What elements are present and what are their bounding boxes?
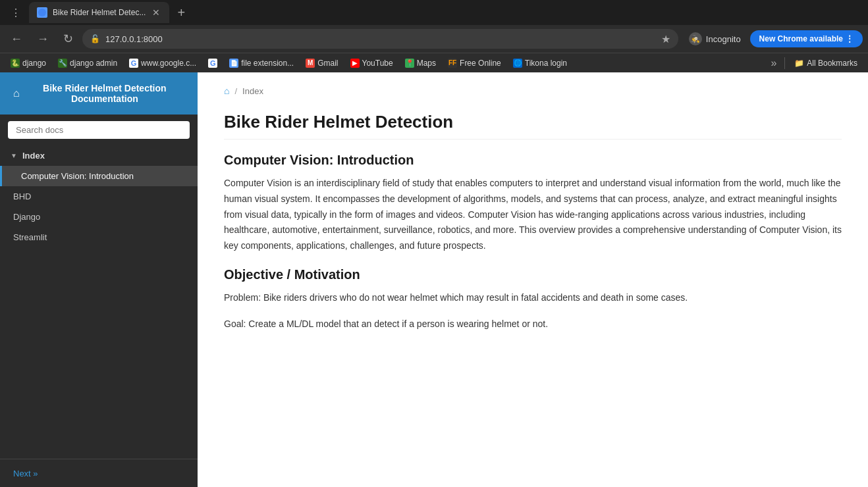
- bookmark-youtube[interactable]: ▶ YouTube: [345, 57, 398, 69]
- page-title: Bike Rider Helmet Detection: [224, 112, 842, 140]
- sidebar-item-streamlit[interactable]: Streamlit: [0, 227, 198, 247]
- folder-icon: 📁: [794, 59, 804, 68]
- address-bar[interactable]: 🔓 127.0.0.1:8000 ★: [82, 29, 678, 49]
- page-layout: ⌂ Bike Rider Helmet Detection Documentat…: [0, 72, 868, 487]
- incognito-icon: 🕵: [689, 32, 702, 45]
- tab-overflow-button[interactable]: ⋮: [5, 4, 26, 22]
- bookmark-google2[interactable]: G: [203, 57, 223, 69]
- bookmark-django-admin-favicon: 🔧: [58, 59, 67, 68]
- browser-chrome: ⋮ Bike Rider Helmet Detec... ✕ + ← → ↻ 🔓…: [0, 0, 868, 72]
- bookmark-maps[interactable]: 📍 Maps: [400, 57, 441, 69]
- bookmark-google[interactable]: G www.google.c...: [124, 57, 202, 69]
- address-text: 127.0.0.1:8000: [105, 34, 656, 44]
- section2-goal: Goal: Create a ML/DL model that an detec…: [224, 317, 842, 332]
- bookmark-youtube-favicon: ▶: [350, 59, 360, 68]
- tab-bar: ⋮ Bike Rider Helmet Detec... ✕ +: [0, 0, 868, 25]
- all-bookmarks-button[interactable]: 📁 All Bookmarks: [789, 57, 863, 69]
- bookmark-gmail[interactable]: M Gmail: [300, 57, 343, 69]
- nav-right: 🕵 Incognito New Chrome available ⋮: [682, 30, 863, 48]
- sidebar-item-cv-intro[interactable]: Computer Vision: Introduction: [0, 166, 198, 186]
- bookmark-star-button[interactable]: ★: [661, 33, 670, 45]
- section1-title: Computer Vision: Introduction: [224, 153, 842, 168]
- bookmark-file-ext-label: file extension...: [241, 59, 294, 68]
- sidebar-header: ⌂ Bike Rider Helmet Detection Documentat…: [0, 72, 198, 115]
- bookmark-file-ext[interactable]: 📄 file extension...: [224, 57, 299, 69]
- nav-bar: ← → ↻ 🔓 127.0.0.1:8000 ★ 🕵 Incognito New…: [0, 25, 868, 53]
- bookmark-free-online-label: Free Online: [460, 59, 501, 68]
- incognito-button[interactable]: 🕵 Incognito: [682, 30, 747, 48]
- new-chrome-button[interactable]: New Chrome available ⋮: [750, 30, 863, 47]
- sidebar-item-streamlit-label: Streamlit: [13, 232, 47, 242]
- search-input[interactable]: [8, 121, 190, 139]
- bookmarks-separator: [784, 57, 785, 69]
- svg-point-0: [38, 9, 46, 16]
- bookmark-django-admin[interactable]: 🔧 django admin: [53, 57, 122, 69]
- sidebar-item-django[interactable]: Django: [0, 207, 198, 227]
- incognito-label: Incognito: [706, 34, 741, 44]
- bookmark-gmail-label: Gmail: [317, 59, 338, 68]
- sidebar-nav: ▼ Index Computer Vision: Introduction BH…: [0, 145, 198, 459]
- sidebar-title-line2: Documentation: [71, 93, 138, 104]
- bookmark-google-favicon: G: [129, 59, 138, 68]
- bookmark-google2-favicon: G: [208, 59, 217, 68]
- bookmark-django-favicon: 🐍: [11, 59, 20, 68]
- bookmark-maps-label: Maps: [417, 59, 436, 68]
- sidebar-index-arrow-icon: ▼: [11, 152, 17, 159]
- section2-problem: Problem: Bike riders drivers who do not …: [224, 290, 842, 306]
- breadcrumb-current-label: Index: [242, 86, 263, 96]
- sidebar-item-bhd-label: BHD: [13, 192, 31, 201]
- sidebar-nav-section: ▼ Index Computer Vision: Introduction BH…: [0, 145, 198, 247]
- new-tab-button[interactable]: +: [172, 3, 190, 23]
- main-content: ⌂ / Index Bike Rider Helmet Detection Co…: [198, 72, 868, 487]
- all-bookmarks-label: All Bookmarks: [807, 59, 857, 68]
- active-tab[interactable]: Bike Rider Helmet Detec... ✕: [29, 2, 169, 23]
- sidebar: ⌂ Bike Rider Helmet Detection Documentat…: [0, 72, 198, 487]
- bookmarks-overflow-button[interactable]: »: [767, 56, 780, 70]
- sidebar-index-toggle[interactable]: ▼ Index: [0, 145, 198, 166]
- sidebar-title-line1: Bike Rider Helmet Detection: [43, 83, 167, 93]
- lock-icon: 🔓: [90, 34, 100, 43]
- sidebar-home-icon: ⌂: [13, 88, 20, 99]
- sidebar-item-bhd[interactable]: BHD: [0, 186, 198, 207]
- bookmark-maps-favicon: 📍: [405, 59, 414, 68]
- bookmark-free-online-favicon: FF: [448, 59, 457, 68]
- tab-title: Bike Rider Helmet Detec...: [53, 8, 146, 17]
- bookmark-tikona-favicon: 🌐: [513, 59, 522, 68]
- bookmarks-bar: 🐍 django 🔧 django admin G www.google.c..…: [0, 53, 868, 72]
- tab-close-button[interactable]: ✕: [151, 7, 161, 18]
- sidebar-footer: Next »: [0, 459, 198, 487]
- sidebar-index-label: Index: [22, 151, 45, 161]
- sidebar-item-cv-intro-label: Computer Vision: Introduction: [21, 171, 134, 181]
- bookmark-tikona-label: Tikona login: [525, 59, 567, 68]
- sidebar-item-django-label: Django: [13, 212, 40, 222]
- tab-favicon: [37, 7, 47, 18]
- new-chrome-menu-icon: ⋮: [846, 34, 854, 43]
- bookmark-tikona[interactable]: 🌐 Tikona login: [508, 57, 572, 69]
- bookmark-django-admin-label: django admin: [70, 59, 117, 68]
- next-link[interactable]: Next »: [13, 469, 38, 478]
- reload-button[interactable]: ↻: [58, 29, 78, 49]
- bookmark-google-label: www.google.c...: [141, 59, 196, 68]
- new-chrome-label: New Chrome available: [759, 34, 843, 43]
- breadcrumb-home-icon[interactable]: ⌂: [224, 86, 229, 96]
- bookmark-youtube-label: YouTube: [362, 59, 393, 68]
- breadcrumb: ⌂ / Index: [224, 86, 842, 96]
- forward-button[interactable]: →: [32, 30, 54, 49]
- bookmark-file-ext-favicon: 📄: [229, 59, 238, 68]
- bookmark-django-label: django: [22, 59, 46, 68]
- breadcrumb-separator: /: [234, 86, 237, 96]
- bookmark-gmail-favicon: M: [306, 59, 315, 68]
- section2-title: Objective / Motivation: [224, 267, 842, 282]
- sidebar-search-container: [0, 115, 198, 145]
- bookmark-free-online[interactable]: FF Free Online: [443, 57, 506, 69]
- section1-body: Computer Vision is an interdisciplinary …: [224, 176, 842, 254]
- bookmark-django[interactable]: 🐍 django: [5, 57, 51, 69]
- sidebar-title: Bike Rider Helmet Detection Documentatio…: [25, 83, 184, 104]
- back-button[interactable]: ←: [5, 30, 28, 49]
